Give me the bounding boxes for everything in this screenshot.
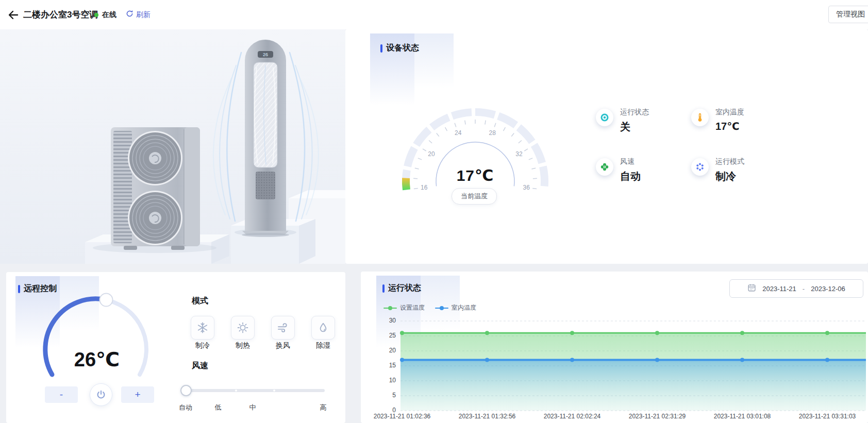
thermometer-icon xyxy=(691,109,709,126)
calendar-icon xyxy=(747,283,756,294)
back-icon[interactable] xyxy=(7,9,20,21)
status-item-run-state: 运行状态 关 xyxy=(596,108,649,134)
svg-text:16: 16 xyxy=(421,184,428,191)
power-icon xyxy=(95,389,107,400)
legend-item[interactable]: 室内温度 xyxy=(435,303,476,312)
mode-ventilate-button[interactable] xyxy=(271,316,295,340)
mode-heat-label: 制热 xyxy=(231,341,255,350)
online-dot-icon xyxy=(94,13,98,17)
title-bar-icon xyxy=(18,285,20,293)
x-axis-label: 2023-11-21 02:31:29 xyxy=(629,413,686,420)
svg-text:24: 24 xyxy=(455,129,462,137)
title-bar-icon xyxy=(380,44,382,53)
indoor-tower-image: 26 xyxy=(242,40,289,237)
device-status-panel: 设备状态 162024283236 17℃ 当前温度 运行状态 关 室内温度 1… xyxy=(345,29,868,264)
mode-icon xyxy=(691,158,709,176)
refresh-icon xyxy=(126,10,133,20)
dial-knob[interactable] xyxy=(100,294,113,307)
svg-text:32: 32 xyxy=(515,150,523,158)
svg-text:20: 20 xyxy=(428,150,435,158)
x-axis-label: 2023-11-21 03:31:03 xyxy=(799,413,856,420)
panel-deco xyxy=(414,33,454,94)
manage-view-button[interactable]: 管理视图 xyxy=(828,6,868,23)
fan-level-mid[interactable]: 中 xyxy=(249,403,256,412)
date-range-picker[interactable]: 2023-11-21 - 2023-12-06 xyxy=(729,279,863,298)
x-axis-label: 2023-11-21 02:02:24 xyxy=(544,413,601,420)
svg-text:36: 36 xyxy=(523,184,530,191)
fan-level-high[interactable]: 高 xyxy=(320,403,327,412)
status-item-run-mode: 运行模式 制冷 xyxy=(691,157,744,183)
mode-section-label: 模式 xyxy=(192,296,208,307)
tower-display: 26 xyxy=(263,52,268,57)
top-bar: 二楼办公室3号空调 在线 刷新 管理视图 xyxy=(0,0,868,30)
fan-slider-stop xyxy=(273,390,275,392)
date-range-separator: - xyxy=(803,285,805,293)
droplet-icon xyxy=(317,322,329,334)
x-axis-label: 2023-11-21 01:32:56 xyxy=(459,413,516,420)
set-temp-value: 26℃ xyxy=(74,348,120,371)
refresh-button[interactable]: 刷新 xyxy=(126,10,151,20)
mode-cool-label: 制冷 xyxy=(191,341,214,350)
gauge-value: 17℃ xyxy=(457,166,494,184)
snowflake-icon xyxy=(196,322,209,334)
run-status-title: 运行状态 xyxy=(382,283,421,294)
y-axis-label: 15 xyxy=(374,362,396,369)
run-state-icon xyxy=(596,109,613,126)
outdoor-unit-image xyxy=(111,127,200,250)
y-axis-label: 25 xyxy=(374,332,396,339)
legend-label: 室内温度 xyxy=(452,303,476,312)
x-axis-label: 2023-11-21 03:01:08 xyxy=(714,413,771,420)
fan-section-label: 风速 xyxy=(192,361,208,371)
date-range-end: 2023-12-06 xyxy=(811,285,845,293)
y-axis-label: 10 xyxy=(374,377,396,384)
online-status: 在线 xyxy=(94,10,116,20)
y-axis-label: 5 xyxy=(374,392,396,399)
fan-speed-slider: 自动 低 中 高 xyxy=(186,389,325,392)
status-item-fan-speed: 风速 自动 xyxy=(596,157,641,183)
y-axis-label: 30 xyxy=(374,317,396,324)
fan-level-low[interactable]: 低 xyxy=(215,403,222,412)
chart-legend: 设置温度室内温度 xyxy=(383,303,476,312)
online-label: 在线 xyxy=(102,10,116,20)
legend-marker-icon xyxy=(383,306,397,310)
device-illustration: 26 xyxy=(0,29,345,264)
page-title: 二楼办公室3号空调 xyxy=(23,9,98,21)
temp-decrease-button[interactable]: - xyxy=(45,386,78,403)
panel-deco xyxy=(60,276,99,337)
current-temp-button[interactable]: 当前温度 xyxy=(452,188,497,205)
date-range-start: 2023-11-21 xyxy=(762,285,796,293)
power-button[interactable] xyxy=(90,383,112,406)
y-axis-label: 20 xyxy=(374,347,396,354)
hvac-dashboard: 二楼办公室3号空调 在线 刷新 管理视图 xyxy=(0,0,868,423)
fan-slider-stop xyxy=(235,390,237,392)
fan-slider-track[interactable] xyxy=(186,389,325,392)
title-bar-icon xyxy=(382,284,385,293)
mode-dehumidify-button[interactable] xyxy=(311,316,335,340)
mode-dehumidify-label: 除湿 xyxy=(311,341,335,350)
fan-icon xyxy=(596,158,613,176)
fan-level-auto[interactable]: 自动 xyxy=(179,403,192,412)
fan-slider-handle[interactable] xyxy=(180,385,192,396)
mode-heat-button[interactable] xyxy=(231,316,255,340)
mode-cool-button[interactable] xyxy=(191,316,214,340)
legend-label: 设置温度 xyxy=(400,303,425,312)
x-axis-label: 2023-11-21 01:02:36 xyxy=(374,413,431,420)
refresh-label: 刷新 xyxy=(136,10,151,20)
device-status-title: 设备状态 xyxy=(380,43,419,54)
run-status-panel: 0510152025302023-11-21 01:02:362023-11-2… xyxy=(361,272,868,423)
temp-increase-button[interactable]: + xyxy=(121,386,154,403)
mode-ventilate-label: 换风 xyxy=(271,341,295,350)
legend-marker-icon xyxy=(435,306,448,310)
sun-icon xyxy=(237,322,249,334)
status-item-indoor-temp: 室内温度 17℃ xyxy=(691,108,744,132)
svg-text:28: 28 xyxy=(489,129,496,137)
remote-control-title: 远程控制 xyxy=(18,283,57,294)
wind-icon xyxy=(277,322,289,334)
remote-control-panel: 远程控制 26℃ - + 模式 制冷 制热 换风 除湿 风速 xyxy=(6,272,345,423)
legend-item[interactable]: 设置温度 xyxy=(383,303,425,312)
